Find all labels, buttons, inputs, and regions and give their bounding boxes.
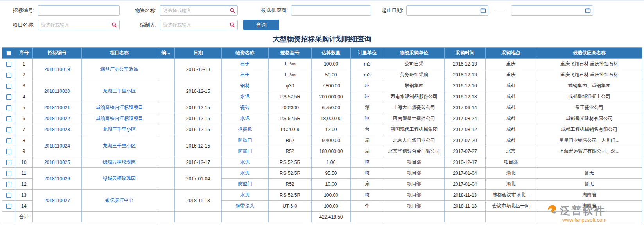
- table-cell[interactable]: 绿城云栖玫瑰园: [82, 157, 157, 168]
- table-cell[interactable]: 2018110026: [33, 168, 82, 190]
- cell-link[interactable]: 水泥: [240, 170, 250, 176]
- table-cell[interactable]: 2018110025: [33, 157, 82, 168]
- cell-link[interactable]: 2018110025: [44, 160, 70, 165]
- table-cell[interactable]: 石子: [222, 59, 269, 69]
- row-checkbox-cell[interactable]: [2, 80, 15, 91]
- table-cell[interactable]: 龙湖三千里小区: [82, 135, 157, 157]
- table-cell[interactable]: 2018110022: [33, 113, 82, 124]
- row-checkbox[interactable]: [6, 94, 11, 100]
- material-name-input[interactable]: [160, 5, 238, 16]
- table-cell[interactable]: 水泥: [222, 113, 269, 124]
- cell-link[interactable]: 绿城云栖玫瑰园: [103, 176, 136, 181]
- project-name-input[interactable]: [38, 20, 120, 30]
- search-icon[interactable]: [230, 7, 235, 13]
- cell-link[interactable]: 螺丝厂办公室装饰: [100, 66, 138, 72]
- cell-link[interactable]: 2018110027: [44, 198, 70, 203]
- table-cell[interactable]: 2018110020: [33, 80, 82, 102]
- row-checkbox-cell[interactable]: [2, 102, 15, 113]
- cell-link[interactable]: 2018110020: [44, 89, 70, 94]
- row-checkbox-cell[interactable]: [2, 135, 15, 146]
- table-cell[interactable]: 水泥: [222, 157, 269, 168]
- row-checkbox[interactable]: [6, 160, 11, 165]
- cell-link[interactable]: 石子: [240, 61, 250, 66]
- table-cell[interactable]: 防盗门: [222, 146, 269, 157]
- table-cell[interactable]: 成渝高铁内江标段项目: [82, 113, 157, 124]
- cell-link[interactable]: 钢材: [240, 83, 250, 88]
- cell-link[interactable]: 水泥: [240, 116, 250, 121]
- table-cell[interactable]: 石子: [222, 69, 269, 80]
- table-cell[interactable]: 铜带接头: [222, 201, 269, 212]
- table-cell[interactable]: 银亿滨江中心: [82, 190, 157, 212]
- cell-link[interactable]: 2018110022: [44, 116, 70, 121]
- row-checkbox[interactable]: [6, 105, 11, 110]
- table-cell[interactable]: 挖掘机: [222, 124, 269, 135]
- table-cell[interactable]: 绿城云栖玫瑰园: [82, 168, 157, 190]
- table-cell[interactable]: 瓷砖: [222, 102, 269, 113]
- row-checkbox-cell[interactable]: [2, 157, 15, 168]
- cell-link[interactable]: 2018110024: [44, 143, 70, 149]
- cell-link[interactable]: 水泥: [240, 192, 250, 197]
- tender-no-input[interactable]: [38, 5, 120, 16]
- cell-link[interactable]: 防盗门: [238, 181, 252, 187]
- table-cell[interactable]: 水泥: [222, 91, 269, 102]
- row-checkbox-cell[interactable]: [2, 91, 15, 102]
- row-checkbox-cell[interactable]: [2, 168, 15, 179]
- cell-link[interactable]: 石子: [240, 72, 250, 77]
- table-cell[interactable]: 2018110024: [33, 135, 82, 157]
- row-checkbox[interactable]: [6, 182, 11, 187]
- search-icon[interactable]: [230, 22, 235, 28]
- table-cell[interactable]: 2018110021: [33, 102, 82, 113]
- cell-link[interactable]: 成渝高铁内江标段项目: [96, 116, 143, 121]
- row-checkbox-cell[interactable]: [2, 69, 15, 80]
- calendar-icon[interactable]: [480, 7, 486, 13]
- cell-link[interactable]: 龙湖三千里小区: [103, 143, 136, 148]
- cell-link[interactable]: 水泥: [240, 159, 250, 165]
- row-checkbox-cell[interactable]: [2, 190, 15, 201]
- row-checkbox-cell[interactable]: [2, 59, 15, 69]
- table-cell[interactable]: 防盗门: [222, 179, 269, 190]
- cell-link[interactable]: 龙湖三千里小区: [103, 88, 136, 94]
- candidate-supplier-input[interactable]: [291, 5, 371, 16]
- table-cell[interactable]: 防盗门: [222, 135, 269, 146]
- row-checkbox[interactable]: [6, 193, 11, 198]
- row-checkbox[interactable]: [6, 84, 11, 89]
- table-cell[interactable]: 龙湖三千里小区: [82, 124, 157, 135]
- date-end-input[interactable]: [511, 5, 593, 16]
- table-cell[interactable]: 水泥: [222, 168, 269, 179]
- table-cell[interactable]: 2018110019: [33, 59, 82, 80]
- row-checkbox[interactable]: [6, 116, 11, 121]
- row-checkbox-cell[interactable]: [2, 179, 15, 190]
- cell-link[interactable]: 2018110026: [44, 176, 70, 181]
- table-cell[interactable]: 2018110027: [33, 190, 82, 212]
- cell-link[interactable]: 银亿滨江中心: [105, 197, 133, 203]
- cell-link[interactable]: 成渝高铁内江标段项目: [96, 105, 143, 110]
- cell-link[interactable]: 防盗门: [238, 148, 252, 154]
- select-all-checkbox[interactable]: [6, 51, 11, 56]
- table-cell[interactable]: 龙湖三千里小区: [82, 80, 157, 102]
- row-checkbox-cell[interactable]: [2, 146, 15, 157]
- row-checkbox-cell[interactable]: [2, 201, 15, 212]
- row-checkbox[interactable]: [6, 171, 11, 176]
- row-checkbox[interactable]: [6, 62, 11, 67]
- cell-link[interactable]: 铜带接头: [236, 203, 255, 208]
- table-cell[interactable]: 成渝高铁内江标段项目: [82, 102, 157, 113]
- row-checkbox[interactable]: [6, 204, 11, 209]
- cell-link[interactable]: 瓷砖: [240, 105, 250, 110]
- search-icon[interactable]: [111, 22, 117, 28]
- cell-link[interactable]: 2018110021: [44, 105, 70, 110]
- cell-link[interactable]: 绿城云栖玫瑰园: [103, 159, 136, 165]
- table-cell[interactable]: 螺丝厂办公室装饰: [82, 59, 157, 80]
- cell-link[interactable]: 2018110023: [44, 127, 70, 132]
- row-checkbox[interactable]: [6, 138, 11, 143]
- table-cell[interactable]: 2018110023: [33, 124, 82, 135]
- select-all-header-cell[interactable]: [2, 48, 15, 59]
- row-checkbox-cell[interactable]: [2, 124, 15, 135]
- date-start-input[interactable]: [406, 5, 488, 16]
- table-cell[interactable]: 水泥: [222, 190, 269, 201]
- cell-link[interactable]: 龙湖三千里小区: [103, 126, 136, 132]
- cell-link[interactable]: 挖掘机: [238, 126, 252, 132]
- cell-link[interactable]: 水泥: [240, 94, 250, 99]
- row-checkbox-cell[interactable]: [2, 113, 15, 124]
- row-checkbox[interactable]: [6, 149, 11, 154]
- row-checkbox[interactable]: [6, 73, 11, 78]
